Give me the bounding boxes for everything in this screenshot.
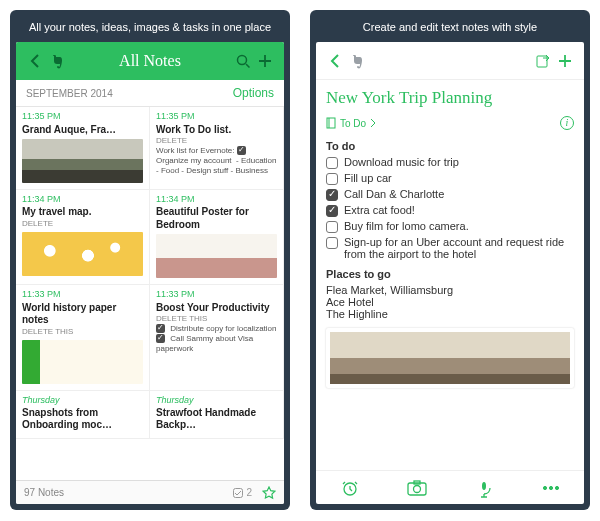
- section-header: SEPTEMBER 2014 Options: [16, 80, 284, 107]
- todo-item[interactable]: Download music for trip: [326, 156, 574, 169]
- todo-heading: To do: [326, 140, 574, 152]
- todo-text: Call Dan & Charlotte: [344, 188, 444, 200]
- place-item: Flea Market, Williamsburg: [326, 284, 574, 296]
- note-card[interactable]: 11:34 PM Beautiful Poster for Bedroom: [150, 190, 284, 285]
- note-title: My travel map.: [22, 206, 143, 219]
- options-link[interactable]: Options: [233, 86, 274, 100]
- page-title: All Notes: [68, 52, 232, 70]
- notes-grid: 11:35 PM Grand Auque, Fra… 11:35 PM Work…: [16, 107, 284, 480]
- note-card[interactable]: 11:34 PM My travel map. DELETE: [16, 190, 150, 285]
- evernote-logo-icon: [346, 53, 368, 69]
- phone-left: All your notes, ideas, images & tasks in…: [10, 10, 290, 510]
- todo-item[interactable]: Extra cat food!: [326, 204, 574, 217]
- checkbox[interactable]: [326, 221, 338, 233]
- todo-text: Download music for trip: [344, 156, 459, 168]
- note-title: Beautiful Poster for Bedroom: [156, 206, 277, 231]
- svg-rect-4: [234, 488, 243, 497]
- svg-point-15: [543, 486, 546, 489]
- checkbox[interactable]: [326, 205, 338, 217]
- todo-text: Buy film for lomo camera.: [344, 220, 469, 232]
- checkbox-icon: [237, 146, 246, 155]
- star-icon[interactable]: [262, 486, 276, 500]
- svg-point-17: [555, 486, 558, 489]
- checkbox[interactable]: [326, 237, 338, 249]
- note-body: Distribute copy for localization Call Sa…: [156, 324, 277, 354]
- header-bar: [316, 42, 584, 80]
- notebook-icon: [326, 117, 336, 129]
- evernote-logo-icon: [46, 53, 68, 69]
- note-thumbnail: [22, 139, 143, 183]
- microphone-button[interactable]: [473, 478, 495, 498]
- todo-item[interactable]: Buy film for lomo camera.: [326, 220, 574, 233]
- todo-text: Fill up car: [344, 172, 392, 184]
- todo-text: Sign-up for an Uber account and request …: [344, 236, 574, 260]
- note-thumbnail: [156, 234, 277, 278]
- svg-point-14: [482, 482, 486, 490]
- note-time: 11:34 PM: [156, 194, 277, 205]
- screen-note-editor: New York Trip Planning To Do i To do Dow…: [316, 42, 584, 504]
- note-title: Grand Auque, Fra…: [22, 124, 143, 137]
- svg-point-12: [413, 485, 420, 492]
- note-time: 11:33 PM: [22, 289, 143, 300]
- note-time: 11:35 PM: [22, 111, 143, 122]
- note-title[interactable]: New York Trip Planning: [326, 88, 574, 108]
- back-button[interactable]: [324, 53, 346, 69]
- note-time: 11:33 PM: [156, 289, 277, 300]
- reminder-count[interactable]: 2: [232, 487, 252, 499]
- note-time: 11:35 PM: [156, 111, 277, 122]
- note-sub: DELETE THIS: [22, 327, 143, 337]
- checkbox-icon: [156, 324, 165, 333]
- search-button[interactable]: [232, 53, 254, 69]
- place-item: Ace Hotel: [326, 296, 574, 308]
- note-time: Thursday: [22, 395, 143, 406]
- note-card[interactable]: 11:35 PM Work To Do list. DELETE Work li…: [150, 107, 284, 190]
- note-card[interactable]: 11:33 PM Boost Your Productivity DELETE …: [150, 285, 284, 390]
- note-time: 11:34 PM: [22, 194, 143, 205]
- note-title: Snapshots from Onboarding moc…: [22, 407, 143, 432]
- note-sub: DELETE: [22, 219, 143, 229]
- back-button[interactable]: [24, 53, 46, 69]
- note-title: World history paper notes: [22, 302, 143, 327]
- todo-item[interactable]: Call Dan & Charlotte: [326, 188, 574, 201]
- add-note-button[interactable]: [254, 53, 276, 69]
- header-bar: All Notes: [16, 42, 284, 80]
- svg-line-1: [246, 64, 250, 68]
- footer-bar: 97 Notes 2: [16, 480, 284, 504]
- screen-all-notes: All Notes SEPTEMBER 2014 Options 11:35 P…: [16, 42, 284, 504]
- note-card[interactable]: 11:35 PM Grand Auque, Fra…: [16, 107, 150, 190]
- share-button[interactable]: [532, 53, 554, 69]
- note-time: Thursday: [156, 395, 277, 406]
- todo-item[interactable]: Sign-up for an Uber account and request …: [326, 236, 574, 260]
- checkbox[interactable]: [326, 157, 338, 169]
- todo-text: Extra cat food!: [344, 204, 415, 216]
- places-heading: Places to go: [326, 268, 574, 280]
- info-button[interactable]: i: [560, 116, 574, 130]
- note-thumbnail: [22, 340, 143, 384]
- toolbar: [316, 470, 584, 504]
- caption-right: Create and edit text notes with style: [316, 16, 584, 42]
- svg-rect-8: [327, 118, 335, 128]
- reminder-button[interactable]: [339, 478, 361, 498]
- more-button[interactable]: [540, 478, 562, 498]
- section-date: SEPTEMBER 2014: [26, 88, 113, 99]
- phone-right: Create and edit text notes with style Ne…: [310, 10, 590, 510]
- checkbox-icon: [156, 334, 165, 343]
- svg-point-16: [549, 486, 552, 489]
- add-button[interactable]: [554, 53, 576, 69]
- svg-rect-11: [408, 483, 426, 495]
- note-card[interactable]: Thursday Strawfoot Handmade Backp…: [150, 391, 284, 439]
- notes-count: 97 Notes: [24, 487, 232, 498]
- todo-item[interactable]: Fill up car: [326, 172, 574, 185]
- note-content[interactable]: New York Trip Planning To Do i To do Dow…: [316, 80, 584, 470]
- checkbox[interactable]: [326, 173, 338, 185]
- note-sub: DELETE THIS: [156, 314, 277, 324]
- svg-point-0: [238, 56, 247, 65]
- camera-button[interactable]: [406, 478, 428, 498]
- note-title: Boost Your Productivity: [156, 302, 277, 315]
- note-card[interactable]: 11:33 PM World history paper notes DELET…: [16, 285, 150, 390]
- caption-left: All your notes, ideas, images & tasks in…: [16, 16, 284, 42]
- checkbox[interactable]: [326, 189, 338, 201]
- notebook-tag[interactable]: To Do i: [326, 116, 574, 130]
- note-card[interactable]: Thursday Snapshots from Onboarding moc…: [16, 391, 150, 439]
- note-title: Strawfoot Handmade Backp…: [156, 407, 277, 432]
